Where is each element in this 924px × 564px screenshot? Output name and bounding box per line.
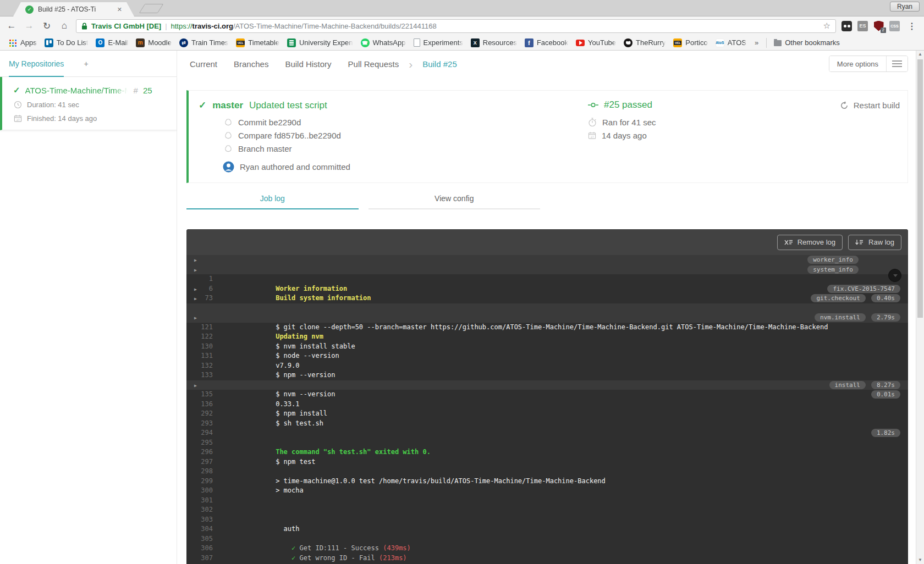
bookmark-item[interactable]: Timetable [232,37,283,48]
scroll-up-arrow-icon[interactable]: ▲ [916,51,924,58]
octocat-icon [224,131,233,140]
commit-details: Commit be2290d Compare fd857b6..be2290d … [224,118,897,153]
log-line: 300 [186,467,908,477]
build-nav-tabs: Current Branches Build History Pull Requ… [186,51,908,77]
bookmark-item[interactable]: Moodle [132,37,175,48]
octocat-icon [224,118,233,126]
bookmark-item[interactable]: E-Mail [92,37,132,48]
branch-name[interactable]: master [212,100,243,111]
raw-log-button[interactable]: Raw log [848,235,901,250]
bookmark-item[interactable]: Apps [4,37,41,48]
more-options-button[interactable]: More options [829,56,886,71]
nav-tab[interactable]: Build History [285,59,331,69]
browser-menu-icon[interactable]: ⋮ [905,21,919,31]
log-line-number[interactable]: 307 [196,554,213,563]
bookmark-item[interactable]: Experiments [410,37,467,48]
log-view-tabs: Job log View config [186,194,540,209]
bookmark-item[interactable]: To Do List [41,37,92,48]
tab-close-icon[interactable]: ✕ [117,6,122,13]
bookmark-favicon [179,38,188,47]
bookmark-item[interactable]: WhatsApp [357,37,410,48]
ran-for-row: Ran for 41 sec [588,118,656,127]
bookmark-item[interactable]: Resources [467,37,521,48]
forward-icon[interactable]: → [23,20,35,31]
log-line: 301 [186,477,908,486]
restart-build-button[interactable]: Restart build [840,101,900,110]
bookmark-favicon [8,38,17,47]
add-repository-tab[interactable]: + [84,51,88,76]
bookmark-item[interactable]: Portico [669,37,711,48]
breadcrumb-chevron-icon: › [409,58,413,70]
log-line: 304 ✓ Get ID:111 - Success (439ms) [186,505,908,515]
log-view-tab[interactable]: Job log [186,194,359,209]
log-line-badges: git.checkout 0.40s [811,294,900,302]
build-state-label: #25 passed [604,99,652,110]
nav-tab[interactable]: Branches [234,59,268,69]
css-extension-icon[interactable]: CSS [889,21,900,31]
fold-toggle-icon[interactable] [194,284,197,295]
travis-page: My Repositories + ✓ ATOS-Time-Machine/Ti… [0,51,924,564]
reload-icon[interactable]: ↻ [41,20,53,32]
bookmark-item[interactable]: Facebook [521,37,572,48]
address-bar[interactable]: Travis CI GmbH [DE] | https://travis-ci.… [76,19,836,33]
tab-my-repositories[interactable]: My Repositories [9,51,64,76]
bookmark-item[interactable]: ATOS [712,37,750,48]
other-bookmarks-button[interactable]: Other bookmarks [770,37,844,48]
ublock-extension-icon[interactable]: 2 [873,21,884,31]
branch-row[interactable]: Branch master [224,144,897,153]
back-icon[interactable]: ← [6,20,18,31]
hamburger-menu-icon[interactable] [886,56,908,71]
nav-tab[interactable]: Build #25 [422,59,457,69]
repo-list-item[interactable]: ✓ ATOS-Time-Machine/Time-Mach # 25 Durat… [0,77,177,130]
branch-link[interactable]: Branch master [238,144,292,153]
bookmark-favicon [576,40,585,46]
bookmark-favicon [361,38,370,47]
log-line: 73 [186,274,908,284]
session-user-badge[interactable]: Ryan [890,2,920,12]
scrollbar-thumb[interactable] [917,59,923,318]
bookmark-item[interactable]: Train Times [175,37,232,48]
bookmark-star-icon[interactable]: ☆ [823,21,831,31]
fold-toggle-icon[interactable] [194,265,197,275]
remove-log-button[interactable]: Remove log [777,235,843,250]
repo-build-number[interactable]: 25 [143,86,152,95]
finished-label: 14 days ago [602,131,647,140]
log-line-badges: worker_info [807,256,859,264]
browser-toolbar: ← → ↻ ⌂ Travis CI GmbH [DE] | https://tr… [0,16,924,35]
log-duration-badge: 0.40s [871,294,900,302]
bookmark-item[interactable]: University Expen [283,37,357,48]
fold-toggle-icon[interactable] [194,255,197,266]
nav-tab[interactable]: Current [190,59,217,69]
fold-toggle-icon[interactable] [194,380,197,391]
main-content: Current Branches Build History Pull Requ… [177,51,924,564]
compare-link[interactable]: Compare fd857b6..be2290d [238,131,341,140]
browser-tab[interactable]: ✓ Build #25 - ATOS-Ti ✕ [13,2,134,16]
log-line: 296 $ npm test 1.82s [186,428,908,438]
scroll-down-arrow-icon[interactable]: ▼ [916,556,924,564]
commit-row[interactable]: Commit be2290d [224,118,897,127]
log-view-tab[interactable]: View config [369,194,541,209]
fold-toggle-icon[interactable] [194,294,197,304]
home-icon[interactable]: ⌂ [58,20,70,31]
page-scrollbar[interactable]: ▲ ▼ [916,51,924,564]
bookmark-item[interactable]: TheRurry [620,37,669,48]
calendar-icon: 27 [588,131,596,140]
bookmark-favicon [471,38,480,47]
dark-dots-extension-icon[interactable] [842,21,852,31]
bookmark-favicon [673,38,682,47]
log-line: 122 $ nvm install stable nvm.install 2.7… [186,313,908,323]
repo-name[interactable]: ATOS-Time-Machine/Time-Mach [25,86,128,95]
author-label: Ryan authored and committed [240,162,350,172]
es-extension-icon[interactable]: ES [857,21,868,31]
scroll-log-bubble-button[interactable] [888,269,901,282]
compare-row[interactable]: Compare fd857b6..be2290d [224,131,897,140]
repo-head: ✓ ATOS-Time-Machine/Time-Mach # 25 [13,85,170,95]
commit-link[interactable]: Commit be2290d [238,118,301,127]
fold-toggle-icon[interactable] [194,313,197,323]
nav-tab[interactable]: Pull Requests [348,59,399,69]
bookmark-item[interactable]: YouTube [572,37,620,48]
new-tab-button[interactable] [139,4,164,13]
log-line: 132 $ npm --version [186,342,908,352]
bookmark-favicon [236,38,245,47]
bookmarks-overflow-chevron[interactable]: » [750,38,763,47]
